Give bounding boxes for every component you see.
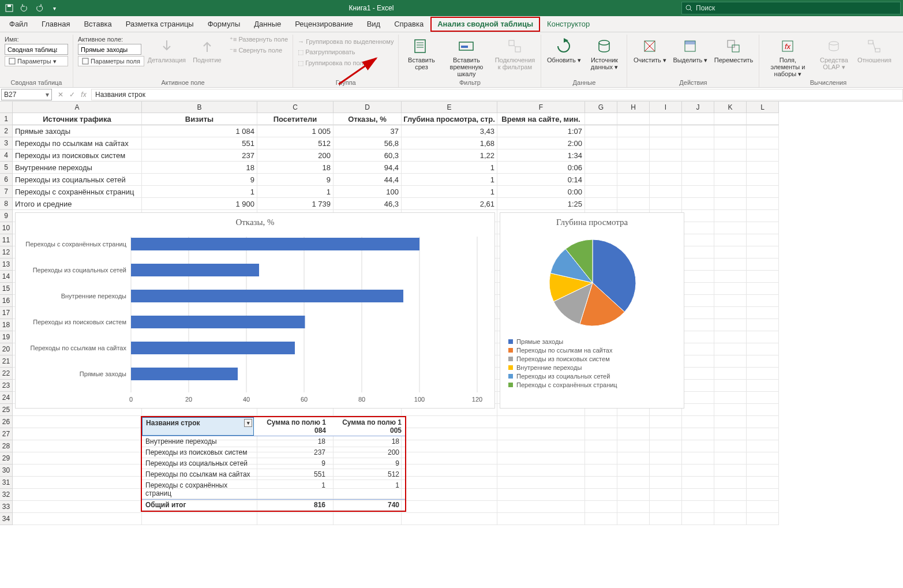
cell[interactable] bbox=[650, 186, 682, 198]
row-header[interactable]: 4 bbox=[0, 149, 13, 162]
row-header[interactable]: 25 bbox=[0, 404, 13, 416]
save-icon[interactable] bbox=[2, 1, 16, 15]
cell[interactable] bbox=[714, 319, 747, 331]
cell[interactable] bbox=[585, 452, 617, 465]
cell[interactable]: 512 bbox=[257, 137, 334, 149]
tab-insert[interactable]: Вставка bbox=[77, 17, 118, 32]
cell[interactable] bbox=[747, 513, 779, 525]
chart-pie[interactable]: Глубина просмотраПрямые заходыПереходы п… bbox=[500, 212, 684, 409]
cell[interactable] bbox=[650, 125, 682, 137]
cell[interactable]: Переходы по ссылкам на сайтах bbox=[13, 137, 142, 149]
cell[interactable] bbox=[714, 113, 747, 125]
cell[interactable]: Посетители bbox=[257, 113, 334, 125]
cell[interactable] bbox=[682, 355, 714, 368]
cell[interactable] bbox=[617, 137, 650, 149]
cell[interactable] bbox=[13, 489, 142, 501]
cell[interactable] bbox=[585, 125, 617, 137]
cell[interactable]: 94,4 bbox=[334, 162, 402, 174]
row-header[interactable]: 16 bbox=[0, 295, 13, 307]
row-header[interactable]: 32 bbox=[0, 489, 13, 501]
cell[interactable]: 9 bbox=[257, 174, 334, 186]
cell[interactable] bbox=[13, 428, 142, 440]
cell[interactable]: 0:00 bbox=[497, 186, 585, 198]
col-header[interactable]: J bbox=[682, 102, 714, 113]
cell[interactable]: 18 bbox=[142, 162, 257, 174]
cell[interactable] bbox=[617, 416, 650, 428]
pivot-cell[interactable]: Переходы из поисковых систем bbox=[142, 447, 255, 458]
cell[interactable]: 1:25 bbox=[497, 198, 585, 210]
cell[interactable] bbox=[497, 513, 585, 525]
cell[interactable] bbox=[682, 319, 714, 331]
cell[interactable] bbox=[747, 149, 779, 162]
cell[interactable] bbox=[714, 465, 747, 477]
field-settings-button[interactable]: Параметры поля bbox=[78, 56, 144, 66]
cell[interactable] bbox=[650, 477, 682, 489]
cell[interactable] bbox=[650, 489, 682, 501]
cell[interactable] bbox=[682, 331, 714, 343]
cell[interactable] bbox=[585, 477, 617, 489]
cell[interactable] bbox=[682, 234, 714, 246]
tab-layout[interactable]: Разметка страницы bbox=[119, 17, 201, 32]
select-all-corner[interactable] bbox=[0, 102, 13, 113]
pivot-row-labels-header[interactable]: Названия строк▾ bbox=[142, 417, 254, 436]
formula-input[interactable]: Названия строк bbox=[91, 89, 903, 100]
pivot-filter-dropdown[interactable]: ▾ bbox=[244, 419, 252, 427]
cell[interactable] bbox=[650, 428, 682, 440]
row-header[interactable]: 6 bbox=[0, 174, 13, 186]
cell[interactable] bbox=[585, 162, 617, 174]
cell[interactable]: 100 bbox=[334, 186, 402, 198]
cell[interactable] bbox=[714, 307, 747, 319]
cell[interactable] bbox=[497, 465, 585, 477]
cell[interactable] bbox=[682, 222, 714, 234]
cell[interactable] bbox=[257, 513, 334, 525]
cell[interactable] bbox=[714, 489, 747, 501]
cell[interactable]: 46,3 bbox=[334, 198, 402, 210]
cell[interactable] bbox=[682, 162, 714, 174]
cell[interactable] bbox=[682, 271, 714, 283]
cell[interactable] bbox=[585, 428, 617, 440]
cell[interactable] bbox=[402, 513, 497, 525]
cell[interactable] bbox=[714, 513, 747, 525]
cell[interactable] bbox=[682, 174, 714, 186]
col-header[interactable]: E bbox=[402, 102, 497, 113]
row-header[interactable]: 12 bbox=[0, 246, 13, 259]
row-header[interactable]: 30 bbox=[0, 465, 13, 477]
cell[interactable] bbox=[747, 428, 779, 440]
cell[interactable] bbox=[497, 489, 585, 501]
redo-icon[interactable] bbox=[32, 1, 46, 15]
qat-customize-icon[interactable]: ▾ bbox=[47, 1, 61, 15]
row-header[interactable]: 26 bbox=[0, 416, 13, 428]
cell[interactable] bbox=[747, 501, 779, 513]
cell[interactable] bbox=[682, 246, 714, 259]
cell[interactable] bbox=[402, 501, 497, 513]
cell[interactable]: 1:34 bbox=[497, 149, 585, 162]
cell[interactable]: Отказы, % bbox=[334, 113, 402, 125]
row-header[interactable]: 24 bbox=[0, 392, 13, 404]
cell[interactable]: 1 bbox=[402, 162, 497, 174]
cell[interactable] bbox=[617, 125, 650, 137]
cell[interactable] bbox=[747, 465, 779, 477]
cell[interactable] bbox=[747, 368, 779, 380]
cell[interactable] bbox=[714, 368, 747, 380]
cell[interactable] bbox=[682, 210, 714, 222]
cell[interactable] bbox=[682, 392, 714, 404]
pivot-cell[interactable]: 18 bbox=[255, 436, 329, 447]
cell[interactable] bbox=[13, 513, 142, 525]
cell[interactable] bbox=[585, 440, 617, 452]
search-box[interactable]: Поиск bbox=[681, 2, 901, 14]
pivot-cell[interactable]: Переходы из социальных сетей bbox=[142, 458, 255, 469]
cell[interactable] bbox=[650, 465, 682, 477]
cell[interactable] bbox=[714, 428, 747, 440]
cell[interactable] bbox=[747, 355, 779, 368]
cell[interactable] bbox=[402, 489, 497, 501]
cell[interactable] bbox=[714, 234, 747, 246]
row-header[interactable]: 15 bbox=[0, 283, 13, 295]
pivot-cell[interactable]: Переходы с сохранённых страниц bbox=[142, 480, 255, 499]
pivot-cell[interactable]: 200 bbox=[329, 447, 403, 458]
cell[interactable] bbox=[497, 440, 585, 452]
cell[interactable] bbox=[585, 186, 617, 198]
cell[interactable] bbox=[747, 392, 779, 404]
tab-file[interactable]: Файл bbox=[2, 17, 35, 32]
pivot-cell[interactable]: 9 bbox=[255, 458, 329, 469]
pivot-name-input[interactable] bbox=[5, 44, 68, 55]
